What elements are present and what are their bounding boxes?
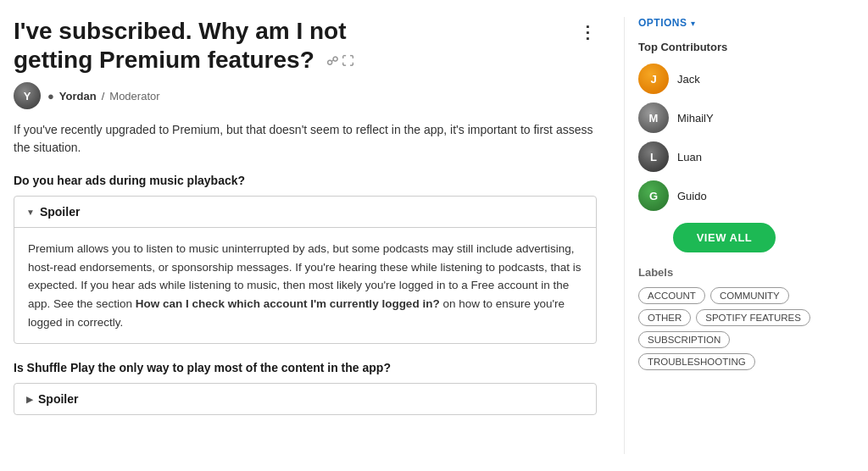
spoiler-arrow-1: ▼: [26, 208, 35, 217]
spoiler-label-2: Spoiler: [38, 392, 78, 406]
author-info: ● Yordan / Moderator: [47, 90, 160, 103]
author-name[interactable]: Yordan: [59, 90, 97, 103]
labels-title: Labels: [638, 266, 810, 279]
contributor-name-luan[interactable]: Luan: [677, 151, 702, 163]
options-link[interactable]: OPTIONS: [638, 17, 687, 29]
contributor-row: J Jack: [638, 64, 810, 94]
spoiler-header-1[interactable]: ▼ Spoiler: [14, 197, 596, 228]
spoiler-header-2[interactable]: ▶ Spoiler: [14, 384, 596, 414]
contributor-avatar-luan: L: [638, 141, 669, 172]
author-avatar: Y: [14, 82, 41, 109]
contributor-avatar-mihaiy: M: [638, 103, 669, 133]
contributor-row: L Luan: [638, 141, 810, 172]
section-1-question: Do you hear ads during music playback?: [14, 174, 597, 187]
contributors-list: J Jack M MihailY L Luan G Guido: [638, 64, 810, 211]
label-spotify-features[interactable]: SPOTIFY FEATURES: [696, 309, 810, 326]
labels-container: ACCOUNT COMMUNITY OTHER SPOTIFY FEATURES…: [638, 287, 810, 370]
intro-text: If you've recently upgraded to Premium, …: [14, 121, 597, 157]
contributor-name-guido[interactable]: Guido: [677, 190, 707, 202]
spoiler-content-1: Premium allows you to listen to music un…: [14, 228, 596, 343]
author-row: Y ● Yordan / Moderator: [14, 82, 597, 109]
kebab-menu[interactable]: ⋮: [579, 22, 597, 42]
section-2: Is Shuffle Play the only way to play mos…: [14, 361, 597, 415]
sidebar-options: OPTIONS ▾: [638, 17, 810, 29]
spoiler-arrow-2: ▶: [26, 395, 33, 404]
contributor-row: M MihailY: [638, 103, 810, 133]
main-content: I've subscribed. Why am I not getting Pr…: [14, 17, 624, 454]
contributor-avatar-guido: G: [638, 180, 669, 211]
label-community[interactable]: COMMUNITY: [710, 287, 789, 304]
author-role: Moderator: [109, 90, 159, 103]
label-other[interactable]: OTHER: [638, 309, 691, 326]
labels-section: Labels ACCOUNT COMMUNITY OTHER SPOTIFY F…: [638, 266, 810, 370]
contributor-avatar-jack: J: [638, 64, 669, 94]
sidebar: OPTIONS ▾ Top Contributors J Jack M Miha…: [624, 17, 810, 454]
author-separator: /: [102, 90, 105, 103]
label-account[interactable]: ACCOUNT: [638, 287, 705, 304]
link-icon[interactable]: ☍: [326, 54, 338, 69]
spoiler-box-2: ▶ Spoiler: [14, 383, 597, 415]
options-arrow: ▾: [691, 19, 695, 28]
contributors-title: Top Contributors: [638, 41, 810, 53]
contributor-row: G Guido: [638, 180, 810, 211]
spoiler-box-1: ▼ Spoiler Premium allows you to listen t…: [14, 196, 597, 344]
spoiler-label-1: Spoiler: [40, 205, 80, 219]
contributor-name-jack[interactable]: Jack: [677, 73, 700, 86]
section-1: Do you hear ads during music playback? ▼…: [14, 174, 597, 344]
view-all-button[interactable]: VIEW ALL: [673, 223, 776, 252]
moderator-icon: ●: [47, 90, 54, 103]
page-title: I've subscribed. Why am I not getting Pr…: [14, 17, 597, 74]
label-subscription[interactable]: SUBSCRIPTION: [638, 331, 730, 348]
section-2-question: Is Shuffle Play the only way to play mos…: [14, 361, 597, 374]
label-troubleshooting[interactable]: TROUBLESHOOTING: [638, 353, 755, 370]
spoiler-text-1: Premium allows you to listen to music un…: [28, 242, 581, 328]
title-icons: ☍ ⛶: [326, 54, 353, 69]
image-icon[interactable]: ⛶: [342, 54, 353, 69]
contributor-name-mihaiy[interactable]: MihailY: [677, 112, 714, 125]
